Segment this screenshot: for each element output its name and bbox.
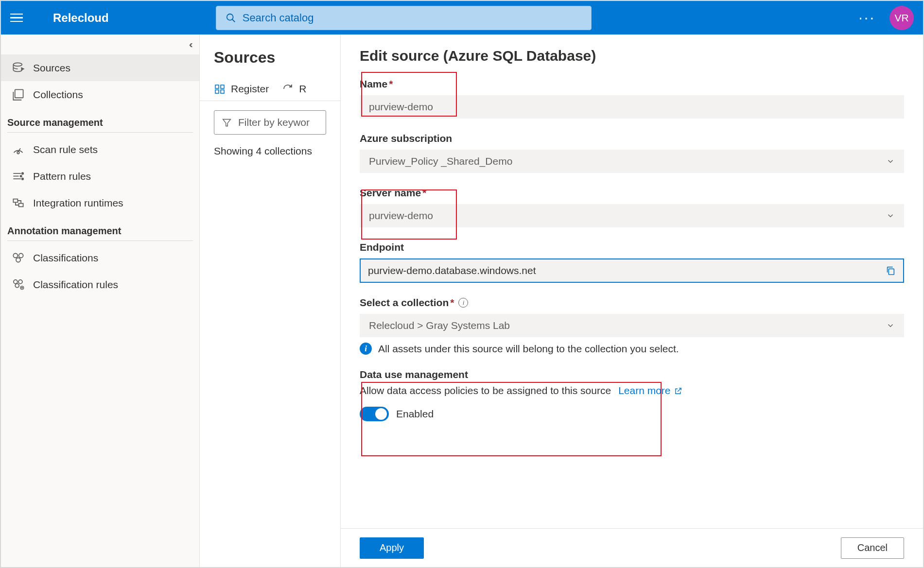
svg-rect-22: [221, 85, 224, 88]
sidebar-item-scan-rule-sets[interactable]: Scan rule sets: [1, 136, 199, 163]
subscription-field-label: Azure subscription: [360, 133, 904, 144]
sidebar-item-label: Pattern rules: [33, 171, 91, 182]
sidebar-item-label: Collections: [33, 89, 83, 101]
learn-more-link[interactable]: Learn more: [618, 385, 682, 396]
sidebar-item-sources[interactable]: Sources: [1, 54, 199, 81]
collection-dropdown[interactable]: Relecloud > Gray Systems Lab: [360, 314, 904, 337]
edit-pane-title: Edit source (Azure SQL Database): [360, 48, 904, 64]
subscription-value: Purview_Policy _Shared_Demo: [369, 155, 512, 167]
chevron-double-left-icon: ‹‹: [189, 39, 191, 50]
sources-panel: Sources Register R Filter by keywor Show…: [200, 34, 341, 567]
svg-rect-12: [13, 199, 17, 203]
apply-button[interactable]: Apply: [360, 537, 424, 559]
chevron-down-icon: [886, 321, 895, 330]
name-field-label: Name*: [360, 78, 904, 90]
endpoint-value: purview-demo.database.windows.net: [368, 265, 536, 276]
sidebar-item-label: Integration runtimes: [33, 197, 123, 209]
subscription-dropdown[interactable]: Purview_Policy _Shared_Demo: [360, 150, 904, 173]
server-name-value: purview-demo: [369, 210, 433, 222]
filter-placeholder-text: Filter by keywor: [238, 117, 310, 128]
server-name-dropdown[interactable]: purview-demo: [360, 204, 904, 227]
svg-point-9: [22, 172, 23, 174]
hamburger-menu-button[interactable]: [10, 10, 27, 26]
sidebar-item-pattern-rules[interactable]: Pattern rules: [1, 163, 199, 189]
user-avatar[interactable]: VR: [889, 6, 914, 30]
chevron-down-icon: [886, 211, 895, 220]
svg-point-19: [15, 284, 19, 288]
svg-point-2: [13, 63, 22, 66]
pattern-icon: [12, 170, 25, 183]
data-use-toggle[interactable]: [360, 407, 389, 421]
gauge-icon: [12, 143, 25, 156]
cancel-button[interactable]: Cancel: [841, 537, 904, 559]
register-label: Register: [231, 83, 269, 95]
sidebar-item-label: Classifications: [33, 252, 98, 264]
left-sidebar: ‹‹ Sources Collections Source management…: [1, 34, 200, 567]
data-use-description: Allow data access policies to be assigne…: [360, 385, 611, 396]
sidebar-item-label: Classification rules: [33, 279, 118, 291]
search-icon: [226, 13, 236, 23]
collection-count-text: Showing 4 collections: [200, 135, 340, 168]
svg-point-17: [14, 280, 17, 284]
svg-marker-25: [223, 119, 231, 126]
sidebar-item-classification-rules[interactable]: Classification rules: [1, 271, 199, 298]
svg-rect-26: [889, 269, 894, 275]
search-placeholder-text: Search catalog: [243, 12, 314, 24]
register-icon: [214, 83, 226, 95]
svg-line-1: [232, 19, 235, 22]
edit-source-pane: Edit source (Azure SQL Database) Name* p…: [341, 34, 923, 567]
server-name-field-label: Server name*: [360, 187, 904, 199]
toggle-state-label: Enabled: [396, 408, 434, 420]
filter-keyword-input[interactable]: Filter by keywor: [214, 110, 326, 135]
nav-section-annotation-management: Annotation management: [1, 216, 199, 241]
brand-name: Relecloud: [53, 11, 109, 25]
name-input[interactable]: purview-demo: [360, 95, 904, 119]
chevron-down-icon: [886, 157, 895, 166]
name-value: purview-demo: [369, 101, 433, 113]
svg-point-4: [17, 152, 19, 154]
collapse-sidebar-button[interactable]: ‹‹: [1, 34, 199, 54]
classifications-icon: [12, 251, 25, 264]
nav-section-source-management: Source management: [1, 108, 199, 132]
sidebar-item-label: Sources: [33, 62, 70, 74]
toggle-knob: [375, 408, 387, 420]
edit-pane-footer: Apply Cancel: [341, 528, 923, 567]
sidebar-item-collections[interactable]: Collections: [1, 81, 199, 108]
external-link-icon: [674, 387, 682, 395]
runtime-icon: [12, 196, 25, 209]
svg-rect-13: [19, 204, 23, 207]
refresh-button[interactable]: R: [282, 83, 306, 95]
refresh-label-partial: R: [299, 83, 306, 95]
sidebar-item-label: Scan rule sets: [33, 144, 98, 155]
svg-point-10: [20, 175, 21, 177]
info-icon: i: [360, 343, 372, 355]
top-navigation-bar: Relecloud Search catalog ··· VR: [1, 1, 923, 34]
search-catalog-input[interactable]: Search catalog: [216, 6, 592, 30]
svg-point-14: [13, 254, 17, 258]
endpoint-field-label: Endpoint: [360, 241, 904, 253]
collection-info-text: All assets under this source will belong…: [378, 343, 679, 355]
refresh-icon: [282, 83, 294, 95]
sources-icon: [12, 61, 25, 74]
sources-panel-title: Sources: [200, 34, 340, 77]
svg-rect-24: [221, 90, 224, 93]
classification-rules-icon: [12, 278, 25, 291]
collections-icon: [12, 88, 25, 101]
register-button[interactable]: Register: [214, 83, 269, 95]
endpoint-input[interactable]: purview-demo.database.windows.net: [360, 258, 904, 283]
filter-icon: [222, 118, 232, 128]
svg-point-11: [22, 178, 23, 179]
collection-value: Relecloud > Gray Systems Lab: [369, 320, 510, 331]
data-use-management-label: Data use management: [360, 369, 904, 380]
collection-field-label: Select a collection*: [360, 297, 454, 309]
svg-rect-23: [215, 90, 219, 93]
sidebar-item-integration-runtimes[interactable]: Integration runtimes: [1, 189, 199, 216]
sidebar-item-classifications[interactable]: Classifications: [1, 244, 199, 271]
svg-point-16: [16, 258, 20, 262]
svg-point-15: [19, 254, 23, 258]
svg-point-0: [227, 14, 233, 20]
more-actions-button[interactable]: ···: [858, 10, 875, 25]
info-outline-icon[interactable]: i: [458, 298, 468, 308]
copy-endpoint-button[interactable]: [885, 265, 896, 276]
svg-rect-3: [15, 89, 23, 98]
